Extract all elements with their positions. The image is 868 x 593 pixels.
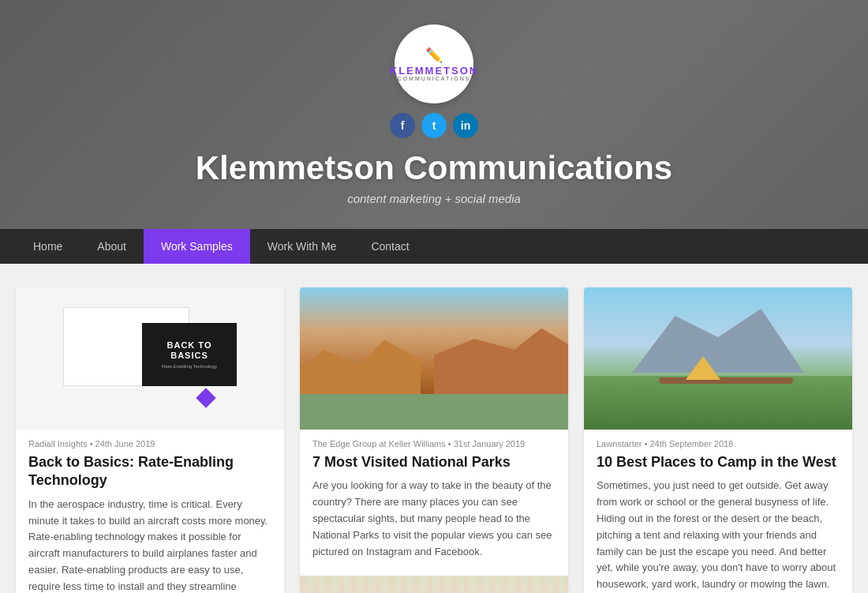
twitter-icon[interactable]: t <box>421 113 447 138</box>
card-camping-west: Lawnstarter • 24th September 2018 10 Bes… <box>584 287 852 593</box>
card-national-parks: The Edge Group at Keller Williams • 31st… <box>300 287 568 593</box>
card-image-canyon <box>300 287 568 430</box>
btb-diamond-icon <box>196 388 215 407</box>
card-body-parks: The Edge Group at Keller Williams • 31st… <box>300 430 568 560</box>
nav-contact[interactable]: Contact <box>354 229 426 264</box>
nav-work-samples[interactable]: Work Samples <box>144 229 250 264</box>
card-image-flowers <box>300 576 568 593</box>
card-spacer <box>300 560 568 576</box>
card-title-btb[interactable]: Back to Basics: Rate-Enabling Technology <box>28 453 271 490</box>
nav-list: Home About Work Samples Work With Me Con… <box>16 229 427 264</box>
camp-log <box>659 377 793 384</box>
main-content: BACK TOBASICS Rate-Enabling Technology R… <box>0 264 868 593</box>
logo-inner: ✏️ KLEMMETSON COMMUNICATIONS <box>390 47 478 81</box>
card-body-btb: Radiall Insights • 24th June 2019 Back t… <box>16 430 284 593</box>
social-icons: f t in <box>390 113 478 138</box>
site-title: Klemmetson Communications <box>196 149 672 187</box>
btb-book-title: BACK TOBASICS <box>167 340 212 361</box>
nav-about[interactable]: About <box>80 229 144 264</box>
card-image-btb: BACK TOBASICS Rate-Enabling Technology <box>16 287 284 430</box>
card-meta-camping: Lawnstarter • 24th September 2018 <box>597 439 840 449</box>
site-tagline: content marketing + social media <box>347 192 521 205</box>
btb-black-block: BACK TOBASICS Rate-Enabling Technology <box>142 323 237 386</box>
hero-section: ✏️ KLEMMETSON COMMUNICATIONS f t in Klem… <box>0 0 868 229</box>
camp-tent-icon <box>686 356 720 380</box>
nav-home[interactable]: Home <box>16 229 80 264</box>
card-title-parks[interactable]: 7 Most Visited National Parks <box>312 453 556 471</box>
btb-book-graphic: BACK TOBASICS Rate-Enabling Technology <box>63 307 237 410</box>
cards-grid: BACK TOBASICS Rate-Enabling Technology R… <box>16 287 852 593</box>
canyon-floor <box>300 394 568 430</box>
navigation: Home About Work Samples Work With Me Con… <box>0 229 868 264</box>
card-image-camping <box>584 287 852 430</box>
flower-background <box>300 576 568 593</box>
hero-content: ✏️ KLEMMETSON COMMUNICATIONS f t in Klem… <box>196 24 672 205</box>
logo[interactable]: ✏️ KLEMMETSON COMMUNICATIONS <box>395 24 473 103</box>
card-meta-parks: The Edge Group at Keller Williams • 31st… <box>312 439 556 449</box>
nav-work-with-me[interactable]: Work With Me <box>250 229 354 264</box>
logo-brand: KLEMMETSON <box>390 66 478 76</box>
logo-pen-icon: ✏️ <box>425 47 443 64</box>
btb-book-subtitle: Rate-Enabling Technology <box>162 364 217 369</box>
card-meta-btb: Radiall Insights • 24th June 2019 <box>28 439 271 449</box>
facebook-icon[interactable]: f <box>390 113 415 138</box>
logo-sub: COMMUNICATIONS <box>398 76 471 81</box>
card-title-camping[interactable]: 10 Best Places to Camp in the West <box>597 453 840 471</box>
card-excerpt-btb: In the aerospace industry, time is criti… <box>28 497 271 593</box>
card-back-to-basics: BACK TOBASICS Rate-Enabling Technology R… <box>16 287 284 593</box>
linkedin-icon[interactable]: in <box>453 113 478 138</box>
card-excerpt-camping: Sometimes, you just need to get outside.… <box>597 478 840 593</box>
card-excerpt-parks: Are you looking for a way to take in the… <box>312 478 556 560</box>
card-body-camping: Lawnstarter • 24th September 2018 10 Bes… <box>584 430 852 593</box>
